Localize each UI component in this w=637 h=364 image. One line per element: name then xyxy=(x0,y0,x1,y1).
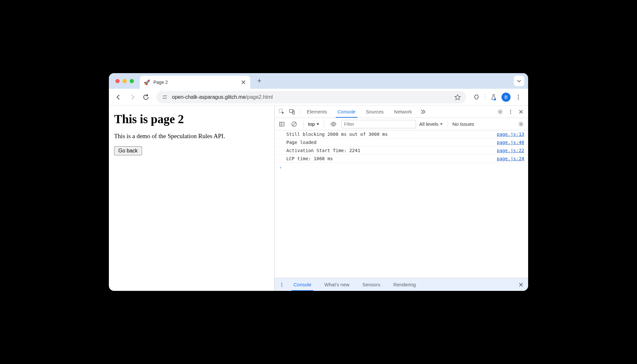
console-log-row: LCP time: 1068 ms page.js:24 xyxy=(275,155,528,163)
log-source-link[interactable]: page.js:13 xyxy=(497,132,524,137)
devtools-tabbar: Elements Console Sources Network xyxy=(275,106,528,118)
toolbar-divider xyxy=(485,94,485,101)
divider xyxy=(324,121,324,127)
drawer-tab-whats-new[interactable]: What's new xyxy=(318,278,355,291)
svg-point-11 xyxy=(499,111,501,113)
context-selector[interactable]: top xyxy=(308,121,319,127)
svg-point-12 xyxy=(510,110,511,110)
drawer-close-icon[interactable] xyxy=(516,280,526,289)
tab-elements[interactable]: Elements xyxy=(302,106,332,118)
console-log-row: Page loaded page.js:40 xyxy=(275,138,528,147)
filter-input[interactable] xyxy=(341,120,416,128)
svg-rect-1 xyxy=(164,96,167,96)
live-expression-icon[interactable] xyxy=(329,120,338,129)
svg-point-4 xyxy=(494,98,496,100)
svg-line-18 xyxy=(292,123,296,126)
console-log-row: Still blocking 2000 ms out of 3000 ms pa… xyxy=(275,130,528,138)
log-message: Still blocking 2000 ms out of 3000 ms xyxy=(286,132,497,137)
devtools-settings-icon[interactable] xyxy=(496,107,505,116)
profile-avatar[interactable]: B xyxy=(501,93,511,102)
console-toolbar: top All levels No Issues xyxy=(275,118,528,130)
clear-console-icon[interactable] xyxy=(290,120,299,129)
url-path: /page2.html xyxy=(246,94,273,100)
svg-point-2 xyxy=(166,98,167,98)
log-source-link[interactable]: page.js:22 xyxy=(497,148,524,153)
window-controls xyxy=(115,79,134,83)
forward-button[interactable] xyxy=(126,91,138,103)
more-tabs-icon[interactable] xyxy=(418,107,427,116)
maximize-window-button[interactable] xyxy=(130,79,134,83)
svg-point-19 xyxy=(332,123,334,125)
log-message: Page loaded xyxy=(286,140,497,145)
svg-point-20 xyxy=(520,123,522,125)
devtools-close-icon[interactable] xyxy=(516,107,526,116)
back-button[interactable] xyxy=(113,91,124,103)
chrome-menu-icon[interactable] xyxy=(513,91,524,103)
close-window-button[interactable] xyxy=(115,79,120,83)
svg-point-5 xyxy=(518,95,519,96)
log-source-link[interactable]: page.js:40 xyxy=(497,140,524,145)
tab-console[interactable]: Console xyxy=(333,106,360,118)
url-host: open-chalk-asparagus.glitch.me xyxy=(172,94,246,100)
go-back-button[interactable]: Go back xyxy=(114,146,142,155)
divider xyxy=(299,109,300,115)
toggle-sidebar-icon[interactable] xyxy=(277,120,286,129)
svg-point-14 xyxy=(510,113,511,114)
site-settings-icon[interactable] xyxy=(162,94,168,100)
avatar-initial: B xyxy=(504,95,507,100)
drawer-menu-icon[interactable] xyxy=(277,280,286,289)
levels-label: All levels xyxy=(419,121,438,127)
content-area: This is page 2 This is a demo of the Spe… xyxy=(109,106,528,291)
tab-strip: 🚀 Page 2 + xyxy=(109,73,528,89)
minimize-window-button[interactable] xyxy=(123,79,127,83)
log-levels-selector[interactable]: All levels xyxy=(419,121,443,127)
browser-tab[interactable]: 🚀 Page 2 xyxy=(140,76,250,89)
log-message: LCP time: 1068 ms xyxy=(286,156,497,161)
divider xyxy=(448,121,448,127)
context-label: top xyxy=(308,121,315,127)
svg-point-23 xyxy=(281,286,282,287)
url-text: open-chalk-asparagus.glitch.me/page2.htm… xyxy=(172,94,450,100)
tab-title: Page 2 xyxy=(153,80,237,85)
browser-toolbar: open-chalk-asparagus.glitch.me/page2.htm… xyxy=(109,89,528,106)
divider xyxy=(303,121,304,127)
drawer-tab-console[interactable]: Console xyxy=(288,278,317,291)
console-prompt[interactable]: › xyxy=(275,163,528,172)
svg-rect-15 xyxy=(280,122,284,126)
address-bar[interactable]: open-chalk-asparagus.glitch.me/page2.htm… xyxy=(156,91,466,103)
page-paragraph: This is a demo of the Speculation Rules … xyxy=(114,133,269,140)
labs-flask-icon[interactable] xyxy=(488,91,500,103)
devtools-drawer: Console What's new Sensors Rendering xyxy=(275,278,528,291)
reload-button[interactable] xyxy=(140,91,152,103)
browser-window: 🚀 Page 2 + open-chalk-asparagus.glitch.m… xyxy=(109,73,528,291)
drawer-tab-rendering[interactable]: Rendering xyxy=(387,278,422,291)
device-toggle-icon[interactable] xyxy=(288,107,297,116)
bookmark-star-icon[interactable] xyxy=(454,94,461,100)
drawer-tab-sensors[interactable]: Sensors xyxy=(357,278,386,291)
issues-status[interactable]: No Issues xyxy=(452,121,474,127)
new-tab-button[interactable]: + xyxy=(254,76,265,86)
log-source-link[interactable]: page.js:24 xyxy=(497,156,524,161)
tab-network[interactable]: Network xyxy=(390,106,417,118)
extensions-icon[interactable] xyxy=(471,91,482,103)
console-settings-icon[interactable] xyxy=(516,120,526,129)
tab-sources[interactable]: Sources xyxy=(361,106,388,118)
svg-point-22 xyxy=(281,284,282,285)
page-heading: This is page 2 xyxy=(114,112,269,126)
svg-point-7 xyxy=(518,98,519,100)
log-message: Activation Start Time: 2241 xyxy=(286,148,497,153)
console-output: Still blocking 2000 ms out of 3000 ms pa… xyxy=(275,130,528,278)
console-log-row: Activation Start Time: 2241 page.js:22 xyxy=(275,147,528,155)
inspect-element-icon[interactable] xyxy=(277,107,286,116)
tab-favicon-icon: 🚀 xyxy=(144,79,150,85)
svg-point-13 xyxy=(510,111,511,112)
page-viewport: This is page 2 This is a demo of the Spe… xyxy=(109,106,275,291)
devtools-menu-icon[interactable] xyxy=(506,107,515,116)
svg-point-21 xyxy=(281,282,282,283)
devtools-panel: Elements Console Sources Network xyxy=(275,106,528,291)
close-tab-button[interactable] xyxy=(240,79,246,85)
tabs-search-button[interactable] xyxy=(514,76,524,86)
svg-rect-3 xyxy=(163,98,165,98)
svg-point-6 xyxy=(518,97,519,98)
svg-point-0 xyxy=(163,95,164,96)
